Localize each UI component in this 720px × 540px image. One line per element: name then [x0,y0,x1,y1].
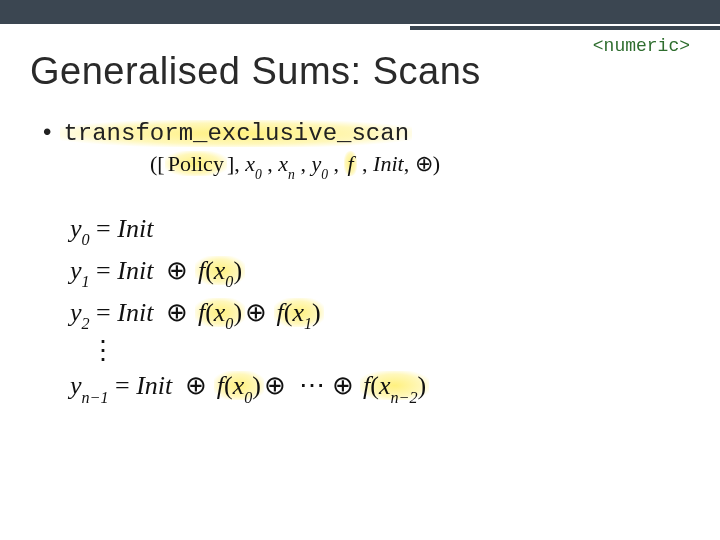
arg-y0: y0 [311,151,328,176]
eq-row-0: y0 = Init [70,209,680,251]
sep3: , [328,151,345,176]
function-args-line: ([Policy], x0 , xn , y0 , f , Init, ⊕) [150,151,680,180]
function-name: transform_exclusive_scan [60,120,412,147]
slide-top-bar [0,0,720,24]
sep4: , [357,151,374,176]
eq-vdots: ⋮ [90,335,680,366]
sep1: , [262,151,279,176]
arg-x0: x0 [245,151,262,176]
eq-row-n: yn−1 = Init ⊕ f(x0)⊕ ⋯ ⊕ f(xn−2) [70,366,680,408]
args-mid1: ], [227,151,245,176]
args-open: ([ [150,151,165,176]
args-close: ) [433,151,440,176]
arg-oplus: ⊕ [415,151,433,176]
eq-row-2: y2 = Init ⊕ f(x0)⊕ f(x1) [70,293,680,335]
arg-init: Init [373,151,404,176]
bullet-icon: • [40,120,54,147]
equation-block: y0 = Init y1 = Init ⊕ f(x0) y2 = Init ⊕ … [70,209,680,409]
slide-accent-line [410,24,720,30]
sep2: , [295,151,312,176]
arg-f: f [344,151,356,176]
function-name-line: •transform_exclusive_scan [40,120,680,147]
slide-content: •transform_exclusive_scan ([Policy], x0 … [40,120,680,408]
sep5: , [404,151,415,176]
header-tag: <numeric> [593,36,690,56]
arg-xn: xn [278,151,295,176]
eq-row-1: y1 = Init ⊕ f(x0) [70,251,680,293]
slide-title: Generalised Sums: Scans [30,50,481,93]
arg-policy: Policy [165,151,227,176]
